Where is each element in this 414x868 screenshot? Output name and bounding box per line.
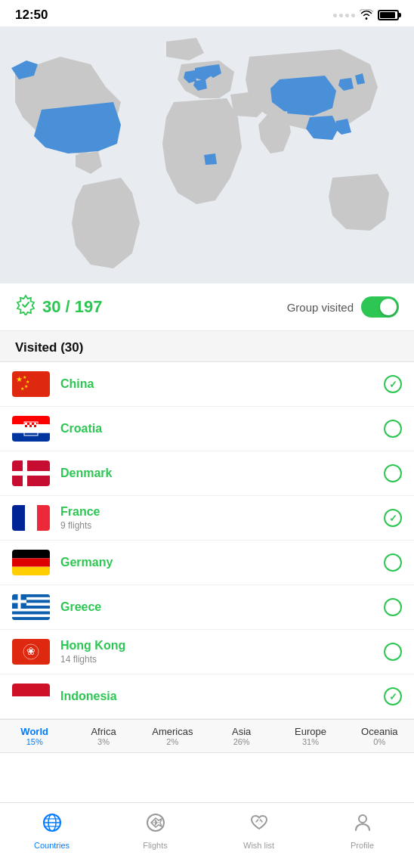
svg-rect-25 bbox=[12, 505, 25, 531]
svg-rect-18 bbox=[29, 425, 32, 427]
svg-text:✈: ✈ bbox=[151, 817, 160, 829]
visited-section-header: Visited (30) bbox=[0, 331, 414, 362]
svg-rect-46 bbox=[12, 684, 50, 696]
svg-rect-39 bbox=[12, 617, 50, 620]
svg-rect-12 bbox=[27, 423, 29, 425]
region-tab-pct: 3% bbox=[97, 737, 110, 746]
signal-icon bbox=[333, 14, 355, 17]
visited-badge[interactable]: ✓ bbox=[384, 375, 402, 393]
region-tab[interactable]: Oceania 0% bbox=[345, 720, 414, 752]
person-icon bbox=[352, 812, 373, 838]
world-map[interactable] bbox=[0, 26, 414, 284]
svg-rect-16 bbox=[25, 425, 27, 427]
nav-item-flights[interactable]: ✈ Flights bbox=[104, 809, 207, 853]
svg-text:★: ★ bbox=[16, 375, 23, 383]
country-name: Germany bbox=[60, 556, 373, 569]
status-bar: 12:50 bbox=[0, 0, 414, 26]
flight-count: 14 flights bbox=[60, 654, 373, 665]
country-flag bbox=[12, 594, 50, 620]
svg-rect-38 bbox=[12, 615, 50, 618]
svg-rect-36 bbox=[12, 609, 50, 612]
bottom-nav: Countries ✈ Flights ♡ Wish list Profile bbox=[0, 802, 414, 868]
region-tabs[interactable]: World 15% Africa 3% Americas 2% Asia 26%… bbox=[0, 719, 414, 753]
nav-label: Profile bbox=[351, 841, 374, 850]
visited-badge[interactable] bbox=[384, 464, 402, 482]
country-flag bbox=[12, 460, 50, 486]
region-tab-name: Europe bbox=[295, 726, 326, 737]
status-time: 12:50 bbox=[15, 8, 48, 23]
region-tab-pct: 15% bbox=[26, 737, 43, 746]
country-item[interactable]: France 9 flights ✓ bbox=[0, 496, 414, 541]
svg-point-56 bbox=[359, 815, 366, 823]
country-name: Greece bbox=[60, 600, 373, 614]
country-flag: ★ ★ ★ ★ ★ bbox=[12, 371, 50, 397]
nav-item-wish-list[interactable]: ♡ Wish list bbox=[207, 809, 310, 853]
country-info: Greece bbox=[60, 600, 373, 614]
heart-icon: ♡ bbox=[249, 812, 270, 838]
country-name: Denmark bbox=[60, 467, 373, 480]
region-tab[interactable]: Americas 2% bbox=[138, 720, 207, 752]
svg-rect-47 bbox=[12, 696, 50, 709]
country-item[interactable]: ❀ Hong Kong 14 flights bbox=[0, 630, 414, 674]
country-flag: ❀ bbox=[12, 639, 50, 665]
region-tab-pct: 0% bbox=[373, 737, 385, 746]
country-list: ★ ★ ★ ★ ★ China ✓ bbox=[0, 362, 414, 719]
battery-icon bbox=[378, 10, 399, 20]
svg-rect-20 bbox=[34, 425, 36, 427]
visited-badge[interactable] bbox=[384, 553, 402, 572]
country-item[interactable]: Denmark bbox=[0, 451, 414, 496]
region-tab-name: Africa bbox=[91, 726, 116, 737]
country-item[interactable]: Croatia bbox=[0, 407, 414, 451]
region-tab-name: Asia bbox=[232, 726, 251, 737]
country-info: Indonesia bbox=[60, 690, 373, 703]
status-icons bbox=[333, 9, 399, 22]
region-tab-pct: 2% bbox=[166, 737, 178, 746]
region-tab[interactable]: World 15% bbox=[0, 720, 69, 752]
visited-count: 30 / 197 bbox=[15, 294, 103, 320]
region-tab[interactable]: Africa 3% bbox=[69, 720, 137, 752]
country-name: China bbox=[60, 377, 373, 391]
svg-rect-11 bbox=[25, 423, 27, 425]
country-flag bbox=[12, 684, 50, 709]
svg-rect-26 bbox=[37, 505, 50, 531]
group-visited-toggle[interactable] bbox=[361, 296, 399, 318]
svg-rect-23 bbox=[12, 471, 50, 476]
svg-rect-19 bbox=[32, 425, 34, 427]
svg-text:★: ★ bbox=[24, 384, 28, 389]
group-visited-control: Group visited bbox=[287, 296, 399, 318]
svg-rect-37 bbox=[12, 612, 50, 615]
svg-rect-14 bbox=[32, 423, 34, 425]
region-tab[interactable]: Europe 31% bbox=[276, 720, 344, 752]
visited-badge[interactable] bbox=[384, 643, 402, 661]
svg-rect-15 bbox=[34, 423, 36, 425]
country-item[interactable]: ★ ★ ★ ★ ★ China ✓ bbox=[0, 362, 414, 407]
plane-icon: ✈ bbox=[145, 812, 166, 838]
country-name: Croatia bbox=[60, 422, 373, 436]
country-info: Germany bbox=[60, 556, 373, 569]
region-tab-pct: 31% bbox=[302, 737, 319, 746]
country-item[interactable]: Greece bbox=[0, 585, 414, 630]
country-item[interactable]: Indonesia ✓ bbox=[0, 674, 414, 719]
region-tab[interactable]: Asia 26% bbox=[207, 720, 276, 752]
country-name: France bbox=[60, 505, 373, 519]
stats-bar: 30 / 197 Group visited bbox=[0, 284, 414, 331]
nav-item-profile[interactable]: Profile bbox=[310, 809, 414, 853]
svg-text:★: ★ bbox=[20, 386, 24, 391]
visited-badge[interactable] bbox=[384, 598, 402, 616]
svg-rect-42 bbox=[12, 600, 26, 603]
region-tab-pct: 26% bbox=[233, 737, 250, 746]
region-tab-name: Oceania bbox=[361, 726, 397, 737]
visited-badge[interactable]: ✓ bbox=[384, 509, 402, 527]
group-visited-label: Group visited bbox=[287, 301, 354, 314]
svg-rect-28 bbox=[12, 558, 50, 566]
visited-badge[interactable] bbox=[384, 420, 402, 438]
svg-rect-29 bbox=[12, 567, 50, 575]
region-tab-name: Americas bbox=[152, 726, 193, 737]
country-name: Indonesia bbox=[60, 690, 373, 703]
country-item[interactable]: Germany bbox=[0, 541, 414, 585]
country-info: Hong Kong 14 flights bbox=[60, 639, 373, 665]
visited-badge[interactable]: ✓ bbox=[384, 687, 402, 705]
country-flag bbox=[12, 550, 50, 575]
svg-text:❀: ❀ bbox=[26, 645, 36, 657]
nav-item-countries[interactable]: Countries bbox=[0, 809, 104, 853]
